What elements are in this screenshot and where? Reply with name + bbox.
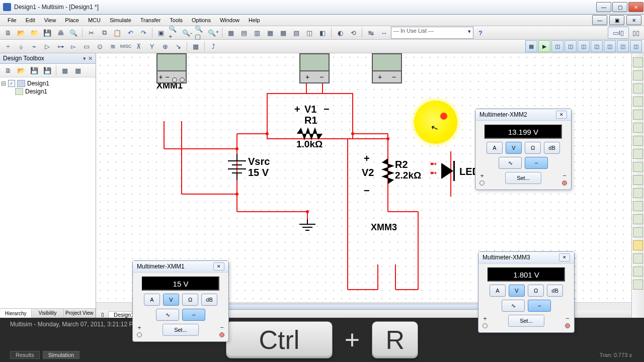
zoomin-icon[interactable]: 🔍+ — [168, 27, 180, 39]
pal-3-icon[interactable] — [633, 83, 643, 94]
pal-6-icon[interactable] — [633, 123, 643, 133]
preview-icon[interactable]: 🔍 — [67, 27, 79, 39]
tool-j-icon[interactable]: ⟲ — [347, 27, 359, 39]
mm3-btn-ohm[interactable]: Ω — [528, 285, 544, 297]
instr-2-icon[interactable]: ◫ — [551, 40, 564, 52]
tool-k-icon[interactable]: ↹ — [365, 27, 377, 39]
tbx-save2-icon[interactable]: 💾 — [41, 64, 53, 76]
tbx-b-icon[interactable]: ▦ — [72, 64, 84, 76]
sim-switch[interactable]: ▭I▯ — [608, 27, 629, 39]
place-diode-icon[interactable]: ▷ — [41, 40, 53, 52]
zoomout-icon[interactable]: 🔍- — [181, 27, 193, 39]
component-xmm3[interactable]: +− — [372, 53, 402, 83]
mm3-btn-dc[interactable]: ⎓ — [528, 300, 551, 312]
menu-file[interactable]: File — [3, 16, 21, 25]
cut-icon[interactable]: ✂ — [85, 27, 97, 39]
mm3-port-plus[interactable] — [482, 323, 488, 328]
pal-18-icon[interactable] — [633, 280, 643, 290]
mm2-btn-a[interactable]: A — [487, 142, 503, 154]
minimize-button[interactable]: — — [596, 2, 611, 12]
mm3-btn-v[interactable]: V — [509, 285, 525, 297]
mdi-close-button[interactable]: ✕ — [626, 15, 641, 25]
mm2-btn-db[interactable]: dB — [544, 142, 560, 154]
place-hier-icon[interactable]: ▦ — [190, 40, 202, 52]
place-ground-icon[interactable]: ⏚ — [15, 40, 27, 52]
mm2-btn-v[interactable]: V — [506, 142, 522, 154]
tool-i-icon[interactable]: ◐ — [334, 27, 346, 39]
menu-view[interactable]: View — [40, 16, 61, 25]
pal-2-icon[interactable] — [633, 70, 643, 80]
mm3-set-button[interactable]: Set... — [508, 315, 544, 327]
tool-l-icon[interactable]: ↔ — [378, 27, 390, 39]
multimeter-xmm3-window[interactable]: Multimeter-XMM3 ✕ 1.801 V A V Ω dB ∿ ⎓ +… — [478, 251, 575, 333]
instr-3-icon[interactable]: ◫ — [565, 40, 577, 52]
mm3-btn-db[interactable]: dB — [547, 285, 563, 297]
sim-pause-icon[interactable]: ▯▯ — [630, 27, 642, 39]
multimeter-xmm1-window[interactable]: Multimeter-XMM1 ✕ 15 V A V Ω dB ∿ ⎓ + Se… — [132, 260, 229, 342]
menu-transfer[interactable]: Transfer — [136, 16, 166, 25]
instr-5-icon[interactable]: ◫ — [591, 40, 603, 52]
instr-4-icon[interactable]: ◫ — [578, 40, 590, 52]
zoomsel-icon[interactable]: 🔍▢ — [194, 27, 206, 39]
tbx-new-icon[interactable]: 🗎 — [2, 64, 14, 76]
inuse-combo[interactable]: --- In Use List --- — [391, 27, 473, 39]
pal-12-icon[interactable] — [633, 201, 643, 211]
mm1-btn-a[interactable]: A — [144, 294, 160, 306]
pal-10-icon[interactable] — [633, 175, 643, 185]
tab-visibility[interactable]: Visibility — [32, 309, 63, 318]
place-trans-icon[interactable]: ⊶ — [54, 40, 66, 52]
tbx-open-icon[interactable]: 📂 — [15, 64, 27, 76]
paste-icon[interactable]: 📋 — [111, 27, 123, 39]
open-icon[interactable]: 📂 — [15, 27, 27, 39]
pal-15-icon[interactable] — [633, 240, 643, 250]
mm1-close-icon[interactable]: ✕ — [213, 262, 224, 270]
mm3-close-icon[interactable]: ✕ — [559, 253, 570, 261]
mm1-port-plus[interactable] — [137, 332, 142, 337]
mm2-btn-dc[interactable]: ⎓ — [525, 157, 548, 169]
pal-7-icon[interactable] — [633, 136, 643, 146]
toolbox-unpin-icon[interactable]: ▾ — [83, 55, 86, 62]
tab-hierarchy[interactable]: Hierarchy — [0, 309, 32, 318]
status-tab-simulation[interactable]: Simulation — [43, 351, 79, 359]
menu-window[interactable]: Window — [215, 16, 244, 25]
mm1-btn-db[interactable]: dB — [201, 294, 217, 306]
toolbox-close-icon[interactable]: ✕ — [88, 55, 93, 62]
redo-icon[interactable]: ↷ — [137, 27, 149, 39]
pal-16-icon[interactable] — [633, 253, 643, 263]
tool-g-icon[interactable]: ◫ — [303, 27, 315, 39]
tree-root-checkbox[interactable]: ✓ — [8, 80, 15, 87]
menu-options[interactable]: Options — [187, 16, 215, 25]
help-icon[interactable]: ? — [474, 27, 487, 39]
zoomall-icon[interactable]: 🔍* — [207, 27, 219, 39]
save-icon[interactable]: 💾 — [41, 27, 53, 39]
place-net-icon[interactable]: ⊼ — [133, 40, 145, 52]
mm3-port-minus[interactable] — [565, 323, 570, 328]
pal-1-icon[interactable] — [633, 57, 643, 67]
design-tree[interactable]: ⊟ ✓ Design1 Design1 — [0, 77, 96, 308]
mm1-btn-ac[interactable]: ∿ — [156, 309, 179, 321]
mm1-port-minus[interactable] — [219, 332, 224, 337]
menu-simulate[interactable]: Simulate — [105, 16, 136, 25]
place-curve-icon[interactable]: ⤴ — [207, 40, 219, 52]
pal-13-icon[interactable] — [633, 214, 643, 224]
maximize-button[interactable]: ▢ — [612, 2, 627, 12]
tool-c-icon[interactable]: ▥ — [251, 27, 263, 39]
mm2-port-plus[interactable] — [479, 180, 485, 186]
tool-h-icon[interactable]: ◧ — [316, 27, 329, 39]
place-ic-icon[interactable]: ▭ — [80, 40, 93, 52]
menu-help[interactable]: Help — [244, 16, 265, 25]
mm1-btn-v[interactable]: V — [163, 294, 179, 306]
mm1-btn-dc[interactable]: ⎓ — [182, 309, 205, 321]
copy-icon[interactable]: ⧉ — [98, 27, 110, 39]
mdi-restore-button[interactable]: ▣ — [609, 15, 624, 25]
new-icon[interactable]: 🗎 — [2, 27, 14, 39]
undo-icon[interactable]: ↶ — [124, 27, 136, 39]
place-opamp-icon[interactable]: ▻ — [67, 40, 79, 52]
mm2-close-icon[interactable]: ✕ — [556, 111, 567, 119]
mdi-minimize-button[interactable]: — — [592, 15, 607, 25]
menu-tools[interactable]: Tools — [165, 16, 187, 25]
menu-place[interactable]: Place — [60, 16, 84, 25]
pal-14-icon[interactable] — [633, 227, 643, 237]
close-button[interactable]: ✕ — [628, 2, 643, 12]
instr-6-icon[interactable]: ◫ — [604, 40, 616, 52]
